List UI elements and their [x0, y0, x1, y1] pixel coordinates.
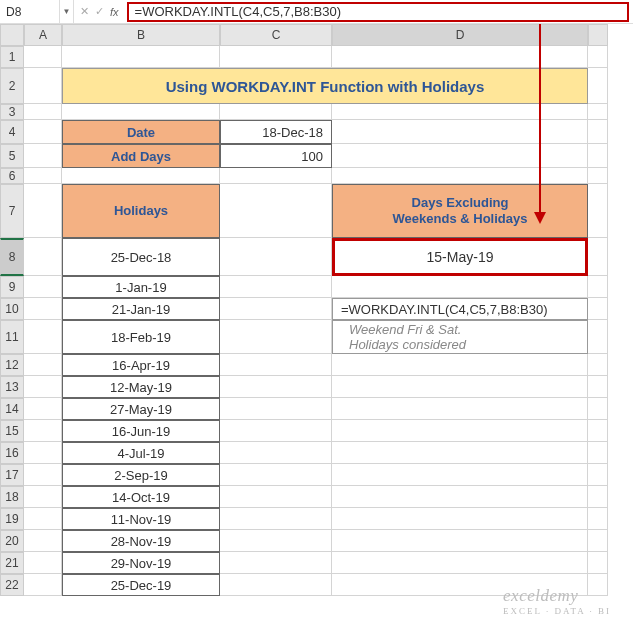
- name-box-dropdown[interactable]: ▼: [60, 0, 74, 23]
- cell-blank[interactable]: [220, 168, 332, 184]
- cell-blank[interactable]: [332, 376, 588, 398]
- date-value[interactable]: 18-Dec-18: [220, 120, 332, 144]
- row-header-11[interactable]: 11: [0, 320, 24, 354]
- cell-blank[interactable]: [24, 420, 62, 442]
- holiday-10[interactable]: 14-Oct-19: [62, 486, 220, 508]
- row-header-15[interactable]: 15: [0, 420, 24, 442]
- cell-blank[interactable]: [24, 486, 62, 508]
- holiday-0[interactable]: 25-Dec-18: [62, 238, 220, 276]
- cell-blank[interactable]: [24, 354, 62, 376]
- cell-blank[interactable]: [588, 120, 608, 144]
- cell-blank[interactable]: [588, 68, 608, 104]
- row-header-10[interactable]: 10: [0, 298, 24, 320]
- cell-blank[interactable]: [24, 442, 62, 464]
- cell-blank[interactable]: [24, 320, 62, 354]
- holiday-13[interactable]: 29-Nov-19: [62, 552, 220, 574]
- cell-blank[interactable]: [332, 508, 588, 530]
- holiday-8[interactable]: 4-Jul-19: [62, 442, 220, 464]
- cell-blank[interactable]: [24, 298, 62, 320]
- select-all-corner[interactable]: [0, 24, 24, 46]
- cell-blank[interactable]: [588, 104, 608, 120]
- cell-blank[interactable]: [24, 552, 62, 574]
- cell-blank[interactable]: [332, 442, 588, 464]
- cell-blank[interactable]: [24, 574, 62, 596]
- col-header-C[interactable]: C: [220, 24, 332, 46]
- cell-blank[interactable]: [220, 420, 332, 442]
- row-header-8[interactable]: 8: [0, 238, 24, 276]
- cell-blank[interactable]: [588, 168, 608, 184]
- row-header-12[interactable]: 12: [0, 354, 24, 376]
- holiday-2[interactable]: 21-Jan-19: [62, 298, 220, 320]
- cell-blank[interactable]: [332, 120, 588, 144]
- cell-blank[interactable]: [588, 46, 608, 68]
- cell-blank[interactable]: [220, 104, 332, 120]
- row-header-5[interactable]: 5: [0, 144, 24, 168]
- row-header-18[interactable]: 18: [0, 486, 24, 508]
- cell-blank[interactable]: [24, 464, 62, 486]
- cell-blank[interactable]: [220, 530, 332, 552]
- holiday-6[interactable]: 27-May-19: [62, 398, 220, 420]
- row-header-19[interactable]: 19: [0, 508, 24, 530]
- cell-blank[interactable]: [220, 574, 332, 596]
- row-header-3[interactable]: 3: [0, 104, 24, 120]
- row-header-16[interactable]: 16: [0, 442, 24, 464]
- cell-blank[interactable]: [24, 238, 62, 276]
- cell-blank[interactable]: [332, 168, 588, 184]
- row-header-17[interactable]: 17: [0, 464, 24, 486]
- cell-blank[interactable]: [332, 420, 588, 442]
- cell-blank[interactable]: [220, 398, 332, 420]
- holiday-4[interactable]: 16-Apr-19: [62, 354, 220, 376]
- cell-blank[interactable]: [588, 442, 608, 464]
- cell-blank[interactable]: [332, 144, 588, 168]
- holiday-3[interactable]: 18-Feb-19: [62, 320, 220, 354]
- cell-blank[interactable]: [588, 464, 608, 486]
- holiday-14[interactable]: 25-Dec-19: [62, 574, 220, 596]
- cell-blank[interactable]: [24, 168, 62, 184]
- holiday-9[interactable]: 2-Sep-19: [62, 464, 220, 486]
- cell-blank[interactable]: [588, 276, 608, 298]
- cell-blank[interactable]: [332, 486, 588, 508]
- cell-blank[interactable]: [588, 420, 608, 442]
- cell-blank[interactable]: [24, 276, 62, 298]
- cell-blank[interactable]: [588, 552, 608, 574]
- row-header-20[interactable]: 20: [0, 530, 24, 552]
- cell-blank[interactable]: [588, 144, 608, 168]
- cell-blank[interactable]: [588, 486, 608, 508]
- spreadsheet-grid[interactable]: ABCD12345678910111213141516171819202122U…: [0, 24, 633, 596]
- cell-blank[interactable]: [588, 238, 608, 276]
- cell-blank[interactable]: [62, 104, 220, 120]
- cell-blank[interactable]: [588, 508, 608, 530]
- holiday-12[interactable]: 28-Nov-19: [62, 530, 220, 552]
- cell-blank[interactable]: [24, 530, 62, 552]
- cell-blank[interactable]: [220, 552, 332, 574]
- cell-blank[interactable]: [332, 398, 588, 420]
- cell-blank[interactable]: [332, 354, 588, 376]
- cell-blank[interactable]: [220, 354, 332, 376]
- row-header-2[interactable]: 2: [0, 68, 24, 104]
- cell-blank[interactable]: [220, 276, 332, 298]
- cell-blank[interactable]: [62, 46, 220, 68]
- holiday-7[interactable]: 16-Jun-19: [62, 420, 220, 442]
- cell-blank[interactable]: [588, 320, 608, 354]
- cell-blank[interactable]: [220, 508, 332, 530]
- cell-blank[interactable]: [24, 376, 62, 398]
- holiday-11[interactable]: 11-Nov-19: [62, 508, 220, 530]
- col-header-B[interactable]: B: [62, 24, 220, 46]
- cell-blank[interactable]: [332, 46, 588, 68]
- cell-blank[interactable]: [332, 552, 588, 574]
- cell-blank[interactable]: [24, 184, 62, 238]
- cell-blank[interactable]: [332, 104, 588, 120]
- cancel-icon[interactable]: ✕: [80, 5, 89, 18]
- col-header-A[interactable]: A: [24, 24, 62, 46]
- name-box[interactable]: D8: [0, 0, 60, 23]
- cell-blank[interactable]: [220, 46, 332, 68]
- cell-blank[interactable]: [220, 486, 332, 508]
- fx-icon[interactable]: fx: [110, 6, 119, 18]
- cell-blank[interactable]: [24, 508, 62, 530]
- cell-blank[interactable]: [220, 320, 332, 354]
- holiday-1[interactable]: 1-Jan-19: [62, 276, 220, 298]
- row-header-13[interactable]: 13: [0, 376, 24, 398]
- cell-blank[interactable]: [24, 104, 62, 120]
- cell-blank[interactable]: [24, 120, 62, 144]
- holiday-5[interactable]: 12-May-19: [62, 376, 220, 398]
